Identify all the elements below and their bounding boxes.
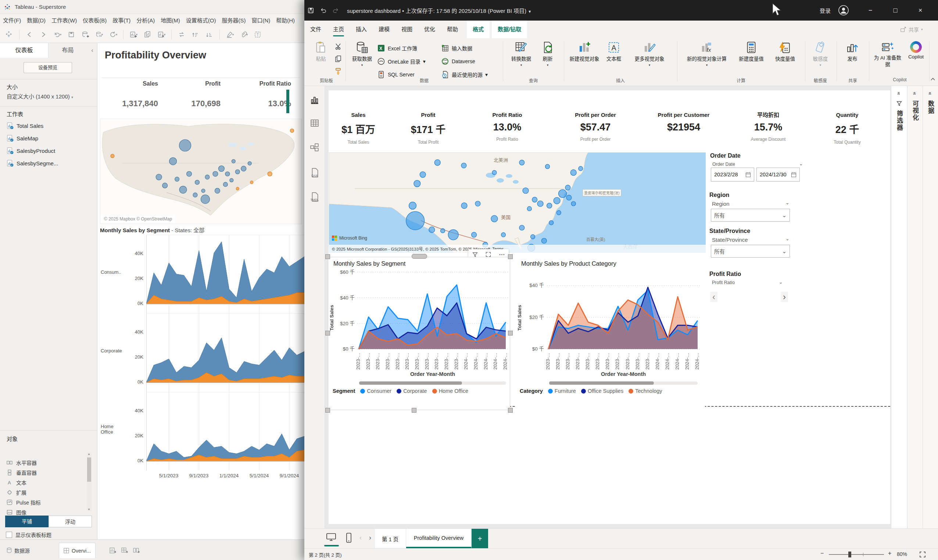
tab-optimize[interactable]: 优化 [418, 21, 441, 38]
tiled-button[interactable]: 平铺 [5, 515, 49, 527]
object-vertical-container[interactable]: 垂直容器 [7, 468, 37, 477]
collapse-panel-icon[interactable]: ‹ [87, 43, 97, 58]
tableau-menu-item[interactable]: 文件(F) [0, 16, 24, 24]
tableau-menu-item[interactable]: 地图(M) [158, 16, 183, 24]
floating-button[interactable]: 浮动 [49, 515, 92, 527]
visual-monthly-sales-by-category[interactable]: Monthly Sales by Product Category Total … [516, 257, 705, 410]
tab-home[interactable]: 主页 [327, 21, 350, 38]
datasource-tab[interactable]: 数据源 [2, 543, 34, 558]
state-dropdown[interactable]: 所有⌄ [711, 245, 790, 258]
object-text[interactable]: A文本 [7, 477, 26, 487]
tab-insert[interactable]: 插入 [350, 21, 373, 38]
kpi-card[interactable]: Profit per Order $57.47 Profit per Order [555, 112, 636, 145]
tableau-menu-item[interactable]: 窗口(N) [248, 16, 273, 24]
chevron-down-icon[interactable]: ⌄ [779, 279, 782, 285]
attach-icon[interactable]: ▾ [237, 28, 250, 41]
onelake-button[interactable]: OneLake 目录▾ [377, 56, 426, 67]
quick-measure-button[interactable]: 快度量值 [769, 41, 801, 62]
tab-dashboard[interactable]: 仪表板 [0, 43, 49, 58]
paste-button[interactable]: 粘贴 [310, 41, 331, 62]
new-page-button[interactable]: + [471, 529, 488, 549]
transform-data-button[interactable]: 转换数据 ▾ [507, 41, 535, 67]
more-visuals-button[interactable]: 更多视觉对象 ▾ [625, 41, 673, 67]
document-title-dropdown[interactable]: superstore dashboard • 上次保存于: 17:58 的 20… [347, 7, 531, 14]
expand-pane-icon[interactable]: « [912, 92, 918, 95]
collapse-ribbon-icon[interactable] [930, 77, 936, 82]
sign-in-link[interactable]: 登录 [819, 7, 831, 14]
tab-file[interactable]: 文件 [304, 21, 327, 38]
map-visual[interactable]: 北美洲 美国 大西洋 圣皮埃尔和密克隆(法) 百慕大(英) Microsoft … [329, 152, 706, 253]
excel-workbook-button[interactable]: XExcel 工作簿 [377, 43, 417, 54]
minimize-button[interactable]: − [860, 0, 881, 21]
pane-filters[interactable]: « 筛选器 [891, 86, 907, 528]
new-story-tab-icon[interactable] [130, 544, 143, 557]
kpi-card[interactable]: 平均折扣 15.7% Average Discount [732, 112, 805, 145]
tab-layout[interactable]: 布局 [49, 43, 87, 58]
sensitivity-button[interactable]: 敏感度 ▾ [808, 41, 833, 67]
legend-item[interactable]: Furniture [548, 388, 576, 394]
object-pulse-metric[interactable]: Pulse 指标 [7, 497, 41, 507]
worksheet-item[interactable]: SalesbyProduct [0, 145, 97, 157]
page-nav-right-icon[interactable]: › [781, 292, 788, 302]
expand-pane-icon[interactable]: « [896, 92, 903, 95]
worksheet-item[interactable]: Total Sales [0, 119, 97, 132]
tab-help[interactable]: 帮助 [441, 21, 464, 38]
tab-view[interactable]: 视图 [396, 21, 418, 38]
scroll-up-icon[interactable]: ▲ [88, 452, 91, 455]
small-multiples-chart[interactable]: Consum.. 40K 20K 0K Corporate 40K 20K 0K… [100, 235, 304, 488]
tab-format[interactable]: 格式 [467, 21, 490, 38]
tableau-menu-item[interactable]: 仪表板(B) [80, 16, 109, 24]
zoom-in-icon[interactable]: + [888, 550, 891, 557]
sort-ascending-icon[interactable] [189, 28, 202, 41]
visual-calc-button[interactable]: fx 新的视觉对象计算 ▾ [680, 41, 734, 67]
show-dashboard-title-row[interactable]: 显示仪表板标题 [6, 531, 51, 538]
close-button[interactable]: × [910, 0, 931, 21]
save-icon[interactable] [65, 28, 77, 41]
date-from-input[interactable]: 2023/2/28 [711, 168, 754, 182]
highlight-icon[interactable]: ▾ [223, 28, 236, 41]
scrollbar-thumb[interactable] [87, 457, 91, 482]
show-title-checkbox[interactable] [6, 532, 12, 538]
chevron-down-icon[interactable]: ⌄ [799, 161, 803, 166]
tableau-menu-item[interactable]: 帮助(H) [273, 16, 298, 24]
date-to-input[interactable]: 2024/12/30 [756, 168, 800, 182]
sheet-tab-overview[interactable]: Overvi... [59, 543, 95, 558]
page-tab-1[interactable]: 第 1 页 [374, 529, 406, 549]
prev-page-icon[interactable]: ‹ [359, 534, 362, 542]
text-box-button[interactable]: A 文本框 [604, 41, 624, 62]
zoom-slider-thumb[interactable] [848, 552, 851, 557]
tableau-menu-item[interactable]: 工作表(W) [49, 16, 80, 24]
chart-scrollbar[interactable] [359, 382, 506, 385]
pane-data[interactable]: « 数据 [923, 86, 938, 528]
format-painter-icon[interactable] [334, 68, 342, 75]
fit-to-page-icon[interactable] [919, 551, 926, 558]
refresh-button[interactable]: 刷新 ▾ [538, 41, 558, 67]
pause-updates-icon[interactable]: ▾ [93, 28, 105, 41]
resize-handle[interactable] [325, 254, 330, 259]
copy-icon[interactable] [334, 55, 342, 63]
undo-icon[interactable]: ▾ [51, 28, 63, 41]
kpi-card[interactable]: Sales $1 百万 Total Sales [331, 112, 386, 145]
duplicate-sheet-icon[interactable] [141, 28, 154, 41]
expand-pane-icon[interactable]: « [927, 92, 933, 95]
zoom-out-icon[interactable]: − [820, 550, 824, 557]
more-options-icon[interactable]: ⋯ [499, 251, 505, 258]
object-extension[interactable]: 扩展 [7, 487, 26, 497]
worksheet-item[interactable]: SalesbySegme... [0, 157, 97, 169]
pane-visualizations[interactable]: « 可视化 [907, 86, 923, 528]
filter-icon[interactable] [472, 251, 478, 258]
page-tab-active[interactable]: Profitability Overview [406, 529, 471, 549]
tableau-logo-button[interactable] [3, 28, 15, 41]
legend-item[interactable]: Office Supplies [581, 388, 623, 394]
legend-item[interactable]: Corporate [397, 388, 427, 394]
recent-sources-button[interactable]: 最近使用的源▾ [441, 69, 488, 80]
report-view-icon[interactable] [309, 95, 320, 105]
swap-axes-icon[interactable] [175, 28, 188, 41]
chevron-down-icon[interactable]: ⌄ [786, 200, 789, 205]
new-worksheet-tab-icon[interactable] [106, 544, 119, 557]
tableau-menu-item[interactable]: 服务器(S) [219, 16, 248, 24]
next-page-icon[interactable]: › [369, 534, 371, 542]
kpi-card[interactable]: Quantity 22 千 Total Quantity [816, 112, 878, 145]
ai-prep-button[interactable]: 为 AI 准备数据 [872, 41, 903, 68]
get-data-button[interactable]: 获取数据 ▾ [349, 41, 375, 67]
